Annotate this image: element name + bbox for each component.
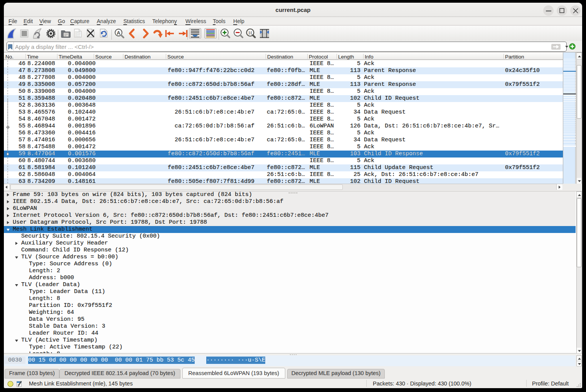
svg-text:0111: 0111: [75, 35, 81, 37]
svg-text:A: A: [117, 30, 121, 36]
svg-text:|:|: |:|: [249, 31, 252, 35]
